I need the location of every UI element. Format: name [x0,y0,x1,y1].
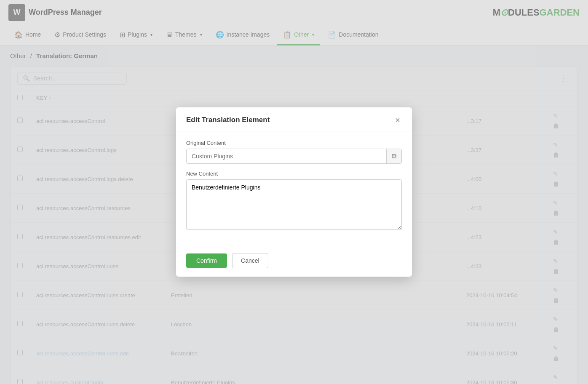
modal-overlay: Edit Translation Element × Original Cont… [0,0,588,384]
content-area: 🔍 ⋮ KEY acl.resources.accessCont [0,63,588,384]
confirm-button[interactable]: Confirm [186,253,227,268]
new-content-label: New Content [186,171,402,177]
modal-close-button[interactable]: × [393,116,402,124]
original-content-group: Original Content ⧉ [186,140,402,164]
cancel-button[interactable]: Cancel [232,253,268,268]
original-content-label: Original Content [186,140,402,146]
modal-title: Edit Translation Element [186,116,270,124]
original-content-input-wrap: ⧉ [186,149,402,164]
original-content-input[interactable] [187,149,386,163]
copy-button[interactable]: ⧉ [386,149,401,163]
copy-icon: ⧉ [392,152,396,160]
modal-footer: Confirm Cancel [176,246,412,277]
new-content-group: New Content Benutzerdefinierte Plugins [186,171,402,231]
new-content-textarea[interactable]: Benutzerdefinierte Plugins [186,179,402,230]
modal-header: Edit Translation Element × [176,107,412,131]
edit-translation-modal: Edit Translation Element × Original Cont… [176,107,412,277]
modal-body: Original Content ⧉ New Content Benutzerd… [176,131,412,246]
